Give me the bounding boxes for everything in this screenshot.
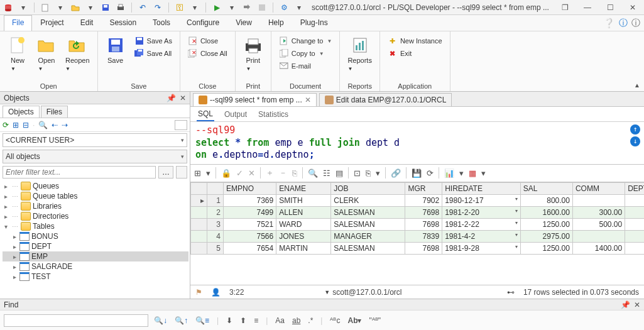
dropdown-icon[interactable]: ▾: [226, 2, 237, 13]
print-icon[interactable]: [115, 2, 126, 13]
email-button[interactable]: E-mail: [276, 60, 335, 72]
object-tree[interactable]: ▸⋯Queues ▸⋯Queue tables ▸⋯Libraries ▸⋯Di…: [0, 180, 190, 299]
close-find-icon[interactable]: ✕: [634, 300, 640, 309]
stop-icon[interactable]: [256, 2, 268, 13]
dropdown-icon[interactable]: ▾: [293, 2, 305, 13]
close-pane-icon[interactable]: ✕: [180, 94, 186, 102]
closeall-button[interactable]: ✕Close All: [185, 48, 230, 59]
filter-input[interactable]: [3, 166, 156, 179]
col-hiredate[interactable]: HIREDATE: [442, 182, 521, 194]
reports-button[interactable]: Reports▼: [345, 34, 374, 73]
find-all-icon[interactable]: 🔍≡: [194, 316, 211, 325]
maximize-icon[interactable]: ☐: [601, 3, 619, 12]
minimize-icon[interactable]: —: [579, 3, 596, 12]
search-icon[interactable]: 🔍: [308, 168, 318, 178]
menu-help[interactable]: Help: [260, 15, 292, 31]
export-icon[interactable]: ☷: [323, 168, 330, 178]
menu-plugins[interactable]: Plug-Ins: [292, 15, 336, 31]
execute-icon[interactable]: ▶: [211, 2, 222, 13]
table-row[interactable]: 57654MARTINSALESMAN76981981-9-28▾1250.00…: [191, 242, 645, 254]
doc-tab-2[interactable]: Edit data EMP@127.0.0.1/ORCL: [319, 93, 452, 106]
reopen-button[interactable]: Reopen▼: [63, 34, 92, 73]
sql-editor[interactable]: ↑↓ --sql99 select * from emp e full join…: [190, 122, 644, 165]
filter-icon[interactable]: ▤: [336, 168, 343, 178]
result-grid[interactable]: EMPNOENAMEJOBMGRHIREDATESALCOMMDEPTNODEP…: [190, 182, 644, 285]
menu-tools[interactable]: Tools: [145, 15, 178, 31]
link-icon[interactable]: 🔗: [391, 168, 401, 178]
save-grid-icon[interactable]: 💾: [412, 168, 422, 178]
redo-icon[interactable]: ↷: [152, 2, 163, 13]
collapse-ribbon-icon[interactable]: ▲: [634, 82, 640, 89]
prev-icon[interactable]: ⇠: [52, 121, 58, 129]
col-ename[interactable]: ENAME: [276, 182, 331, 194]
undo-icon[interactable]: ↶: [137, 2, 148, 13]
menu-edit[interactable]: Edit: [72, 15, 102, 31]
db-icon[interactable]: [3, 2, 14, 13]
copyto-button[interactable]: Copy to▼: [276, 48, 335, 59]
bookmark-prev-icon[interactable]: ⬆: [238, 316, 248, 325]
next-icon[interactable]: ⇢: [62, 121, 68, 129]
col-comm[interactable]: COMM: [572, 182, 625, 194]
grid-layout-icon[interactable]: ▦: [469, 168, 476, 178]
print-button[interactable]: Print▼: [241, 34, 266, 73]
close-icon[interactable]: ✕: [624, 3, 641, 12]
highlight-icon[interactable]: "ᴬᴮ": [367, 316, 383, 325]
menu-project[interactable]: Project: [32, 15, 72, 31]
dropdown-icon[interactable]: ▾: [18, 2, 29, 13]
open-icon[interactable]: [70, 2, 81, 13]
replace-icon[interactable]: ᴬᴮc: [328, 316, 342, 325]
info-icon[interactable]: ⓘ: [619, 18, 628, 29]
filter-clear-button[interactable]: [176, 166, 187, 179]
whole-word-icon[interactable]: ab: [290, 316, 302, 325]
save-icon[interactable]: [100, 2, 111, 13]
table-row[interactable]: ▸17369SMITHCLERK79021980-12-17▾800.00: [191, 194, 645, 206]
close-button[interactable]: ✕Close: [185, 35, 230, 47]
rollback-icon[interactable]: ✕: [248, 168, 255, 178]
first-icon[interactable]: ⊞: [194, 168, 201, 178]
subtab-sql[interactable]: SQL: [197, 107, 214, 121]
replace-all-icon[interactable]: Ab▾: [346, 316, 363, 325]
lock-icon[interactable]: 🔒: [221, 168, 231, 178]
mdi-restore-icon[interactable]: ❐: [556, 3, 574, 12]
menu-file[interactable]: File: [4, 15, 32, 31]
dropdown-icon[interactable]: ▾: [55, 2, 66, 13]
dup-row-icon[interactable]: ⎘: [292, 168, 297, 178]
tab-objects[interactable]: Objects: [3, 106, 40, 118]
table-row[interactable]: 27499ALLENSALESMAN76981981-2-20▾1600.003…: [191, 206, 645, 218]
new-icon[interactable]: [40, 2, 51, 13]
collapse-icon[interactable]: ⊟: [23, 121, 29, 129]
debug-step-icon[interactable]: [241, 2, 253, 13]
filter-combo[interactable]: All objects▾: [3, 150, 187, 163]
doc-tab-1[interactable]: --sql99 select * from emp ...✕: [193, 93, 317, 106]
col-sal[interactable]: SAL: [520, 182, 572, 194]
filter-options-button[interactable]: …: [158, 166, 173, 179]
settings-icon[interactable]: ⚙: [278, 2, 290, 13]
pin-icon[interactable]: 📌: [166, 94, 176, 102]
compact-toggle[interactable]: [175, 120, 187, 130]
find-icon[interactable]: 🔍: [38, 121, 48, 129]
newinstance-button[interactable]: ✚New Instance: [385, 35, 445, 47]
saveall-button[interactable]: Save All: [132, 48, 175, 59]
changeto-button[interactable]: Change to▼: [276, 35, 335, 47]
new-button[interactable]: New▼: [5, 34, 30, 73]
del-row-icon[interactable]: －: [279, 167, 287, 179]
subtab-output[interactable]: Output: [223, 108, 248, 121]
bookmark-list-icon[interactable]: ≡: [252, 316, 260, 325]
exit-button[interactable]: ✖Exit: [385, 48, 445, 59]
expand-icon[interactable]: ⊞: [13, 121, 19, 129]
menu-session[interactable]: Session: [101, 15, 145, 31]
col-deptno[interactable]: DEPTNO: [625, 182, 644, 194]
refresh-grid-icon[interactable]: ⟳: [427, 168, 434, 178]
find-next-icon[interactable]: 🔍↓: [152, 316, 169, 325]
view-icon[interactable]: ⊡: [354, 168, 361, 178]
table-row[interactable]: 47566JONESMANAGER78391981-4-2▾2975.00202…: [191, 230, 645, 242]
connection-label[interactable]: scott@127.0.0.1/orcl: [332, 288, 401, 297]
menu-configure[interactable]: Configure: [178, 15, 227, 31]
menu-view[interactable]: View: [227, 15, 260, 31]
bookmark-next-icon[interactable]: ⬇: [224, 316, 234, 325]
user-combo[interactable]: <CURRENT USER>▾: [3, 133, 187, 147]
nav-up-icon[interactable]: ↑: [630, 124, 640, 135]
info2-icon[interactable]: ⓘ: [631, 18, 640, 29]
subtab-statistics[interactable]: Statistics: [257, 108, 290, 121]
dropdown-icon[interactable]: ▾: [85, 2, 96, 13]
